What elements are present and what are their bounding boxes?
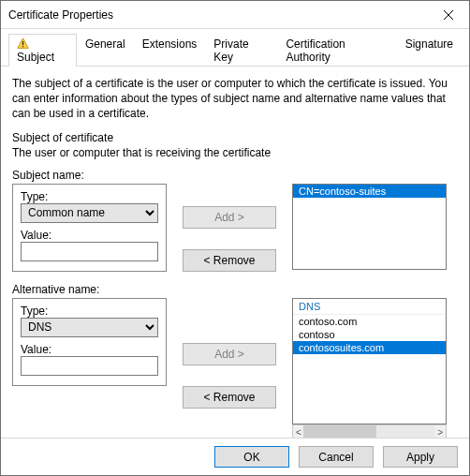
subject-type-select[interactable]: Common name	[21, 203, 158, 223]
tab-label: Certification Authority	[286, 37, 345, 64]
subject-value-label: Value:	[21, 229, 158, 242]
list-item[interactable]: CN=contoso-suites	[293, 185, 446, 198]
section-subtitle: The user or computer that is receiving t…	[12, 146, 458, 159]
tab-extensions[interactable]: Extensions	[134, 34, 206, 67]
tab-cert-authority[interactable]: Certification Authority	[277, 34, 396, 67]
tab-content: The subject of a certificate is the user…	[1, 67, 469, 448]
tab-signature[interactable]: Signature	[397, 34, 462, 67]
alt-name-row: Type: DNS Value: Add > < Remove DNS cont…	[12, 298, 458, 440]
scroll-left-icon[interactable]: <	[296, 427, 301, 438]
alt-type-select[interactable]: DNS	[21, 318, 158, 337]
subject-value-input[interactable]	[21, 242, 158, 261]
tab-strip: Subject General Extensions Private Key C…	[1, 29, 469, 67]
alt-value-input[interactable]	[21, 356, 158, 376]
subject-listbox[interactable]: CN=contoso-suites	[292, 184, 447, 270]
list-item[interactable]: contososuites.com	[293, 341, 446, 354]
list-item[interactable]: contoso	[293, 328, 446, 341]
svg-rect-4	[22, 46, 23, 47]
svg-rect-3	[22, 41, 23, 45]
subject-name-row: Type: Common name Value: Add > < Remove …	[12, 184, 458, 272]
dialog-footer: OK Cancel Apply	[1, 438, 469, 475]
window-title: Certificate Properties	[8, 8, 113, 22]
titlebar: Certificate Properties	[1, 1, 469, 29]
apply-button[interactable]: Apply	[383, 446, 458, 468]
alt-name-group: Type: DNS Value:	[12, 298, 167, 386]
subject-add-button[interactable]: Add >	[183, 206, 276, 229]
list-item[interactable]: contoso.com	[293, 315, 446, 328]
close-icon	[444, 10, 453, 20]
section-title: Subject of certificate	[12, 131, 458, 144]
subject-type-label: Type:	[21, 190, 158, 203]
alt-name-heading: Alternative name:	[12, 283, 458, 296]
scroll-right-icon[interactable]: >	[437, 427, 443, 438]
tab-general[interactable]: General	[77, 34, 134, 67]
tab-private-key[interactable]: Private Key	[205, 34, 277, 67]
tab-subject[interactable]: Subject	[8, 34, 77, 67]
alt-list-header: DNS	[293, 299, 446, 315]
subject-remove-button[interactable]: < Remove	[183, 249, 276, 272]
tab-label: Subject	[17, 51, 54, 64]
alt-value-label: Value:	[21, 343, 158, 356]
alt-type-label: Type:	[21, 305, 158, 318]
subject-name-heading: Subject name:	[12, 169, 458, 182]
cancel-button[interactable]: Cancel	[299, 446, 374, 468]
tab-label: Signature	[405, 37, 453, 51]
alt-add-button[interactable]: Add >	[183, 343, 276, 365]
warning-icon	[17, 37, 29, 50]
tab-label: General	[85, 37, 125, 51]
alt-listbox[interactable]: DNS contoso.com contoso contososuites.co…	[292, 298, 447, 424]
subject-name-group: Type: Common name Value:	[12, 184, 167, 272]
ok-button[interactable]: OK	[214, 446, 289, 468]
close-button[interactable]	[427, 1, 469, 28]
description-text: The subject of a certificate is the user…	[12, 76, 458, 122]
tab-label: Private Key	[213, 37, 248, 64]
alt-remove-button[interactable]: < Remove	[183, 386, 276, 409]
tab-label: Extensions	[142, 37, 198, 51]
